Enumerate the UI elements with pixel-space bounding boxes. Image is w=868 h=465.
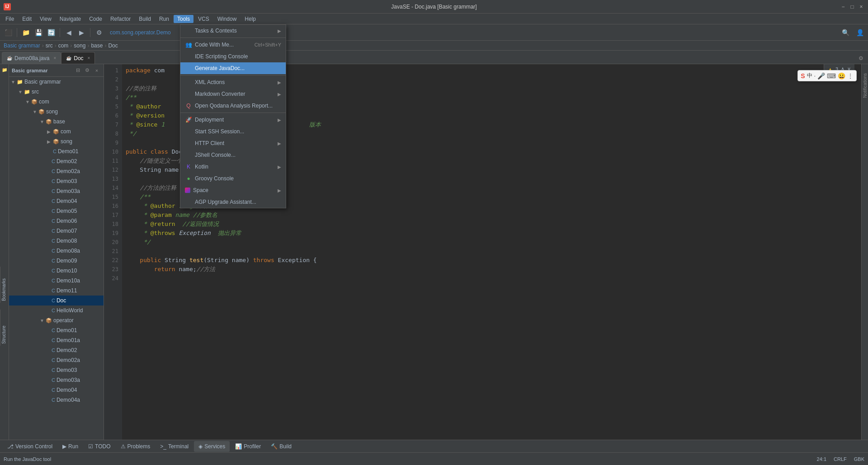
- input-mic-icon[interactable]: 🎤: [817, 72, 825, 80]
- refresh-btn[interactable]: 🔄: [46, 27, 57, 38]
- menu-window[interactable]: Window: [214, 15, 241, 23]
- menu-help[interactable]: Help: [241, 15, 259, 23]
- minimize-button[interactable]: −: [840, 4, 846, 10]
- menu-jshell[interactable]: JShell Console...: [180, 149, 286, 161]
- menu-kotlin[interactable]: K Kotlin ▶: [180, 161, 286, 173]
- tree-item-op-demo01[interactable]: C Demo01: [9, 325, 104, 335]
- tree-item-demo08[interactable]: C Demo08: [9, 236, 104, 246]
- tree-collapse-btn[interactable]: ⊟: [74, 66, 82, 75]
- bc-src[interactable]: src: [46, 42, 53, 49]
- bc-base[interactable]: base: [91, 42, 103, 49]
- tree-item-op-demo04[interactable]: C Demo04: [9, 385, 104, 395]
- breadcrumb-project[interactable]: com.song.operator.Demo: [110, 29, 171, 36]
- tree-item-demo01[interactable]: C Demo01: [9, 146, 104, 156]
- menu-navigate[interactable]: Navigate: [56, 15, 85, 23]
- menu-vcs[interactable]: VCS: [194, 15, 213, 23]
- tab-version-control[interactable]: ⎇ Version Control: [3, 441, 57, 452]
- menu-http-client[interactable]: HTTP Client ▶: [180, 137, 286, 149]
- tree-item-demo04[interactable]: C Demo04: [9, 196, 104, 206]
- tree-item-doc[interactable]: C Doc: [9, 296, 104, 305]
- tree-item-op-demo04a[interactable]: C Demo04a: [9, 395, 104, 405]
- user-btn[interactable]: 👤: [854, 27, 865, 38]
- tree-item-demo03a[interactable]: C Demo03a: [9, 186, 104, 196]
- tree-item-com[interactable]: ▼ 📦 com: [9, 97, 104, 107]
- tab-terminal[interactable]: >_ Terminal: [156, 441, 193, 452]
- tree-item-demo09[interactable]: C Demo09: [9, 256, 104, 266]
- menu-groovy[interactable]: ● Groovy Console: [180, 173, 286, 184]
- menu-generate-javadoc[interactable]: Generate JavaDoc...: [180, 62, 286, 74]
- close-button[interactable]: ×: [858, 4, 864, 10]
- save-btn[interactable]: 💾: [33, 27, 44, 38]
- tree-item-song[interactable]: ▼ 📦 song: [9, 107, 104, 117]
- menu-ide-scripting[interactable]: IDE Scripting Console: [180, 51, 286, 62]
- tab-problems[interactable]: ⚠ Problems: [116, 441, 155, 452]
- tab-run[interactable]: ▶ Run: [58, 441, 83, 452]
- tree-item-sub-com[interactable]: ▶ 📦 com: [9, 127, 104, 136]
- settings-btn[interactable]: ⚙: [94, 27, 104, 38]
- forward-btn[interactable]: ▶: [76, 27, 87, 38]
- menu-deployment[interactable]: 🚀 Deployment ▶: [180, 114, 286, 126]
- editor-settings-btn[interactable]: ⚙: [855, 53, 866, 64]
- menu-qodana[interactable]: Q Open Qodana Analysis Report...: [180, 100, 286, 112]
- input-emoji-icon[interactable]: 😀: [838, 72, 845, 80]
- structure-label[interactable]: Structure: [0, 310, 8, 346]
- menu-view[interactable]: View: [36, 15, 55, 23]
- tree-item-demo08a[interactable]: C Demo08a: [9, 246, 104, 256]
- menu-build[interactable]: Build: [135, 15, 155, 23]
- bc-com[interactable]: com: [58, 42, 69, 49]
- tab-doc[interactable]: ☕ Doc ×: [61, 52, 95, 64]
- project-panel-icon[interactable]: 📁: [1, 66, 8, 73]
- tab-todo[interactable]: ☑ TODO: [84, 441, 115, 452]
- tree-settings-btn[interactable]: ⚙: [83, 66, 91, 75]
- tree-close-btn[interactable]: ×: [93, 66, 101, 75]
- menu-code[interactable]: Code: [85, 15, 106, 23]
- window-controls[interactable]: − □ ×: [840, 4, 864, 10]
- bc-song[interactable]: song: [74, 42, 85, 49]
- tab-services[interactable]: ◈ Services: [194, 441, 230, 452]
- menu-xml-actions[interactable]: XML Actions ▶: [180, 76, 286, 88]
- open-btn[interactable]: 📁: [20, 27, 31, 38]
- notifications-label[interactable]: Notifications: [863, 73, 868, 98]
- bc-doc[interactable]: Doc: [108, 42, 118, 49]
- search-btn[interactable]: 🔍: [840, 27, 851, 38]
- tree-item-demo10a[interactable]: C Demo10a: [9, 276, 104, 286]
- menu-ssh[interactable]: Start SSH Session...: [180, 126, 286, 137]
- tab-demo08a[interactable]: ☕ Demo08a.java ×: [2, 52, 61, 64]
- tree-item-op-demo02a[interactable]: C Demo02a: [9, 355, 104, 365]
- tab-close-doc[interactable]: ×: [88, 56, 90, 61]
- menu-run[interactable]: Run: [156, 15, 173, 23]
- tree-item-base[interactable]: ▼ 📦 base: [9, 117, 104, 127]
- tree-item-op-demo03[interactable]: C Demo03: [9, 365, 104, 375]
- menu-refactor[interactable]: Refactor: [107, 15, 134, 23]
- tab-build[interactable]: 🔨 Build: [266, 441, 296, 452]
- tree-item-sub-song[interactable]: ▶ 📦 song: [9, 136, 104, 146]
- tree-item-demo02[interactable]: C Demo02: [9, 156, 104, 166]
- tree-item-demo03[interactable]: C Demo03: [9, 176, 104, 186]
- tree-item-op-demo03a[interactable]: C Demo03a: [9, 375, 104, 385]
- menu-tasks-contexts[interactable]: Tasks & Contexts ▶: [180, 25, 286, 37]
- tab-profiler[interactable]: 📊 Profiler: [231, 441, 265, 452]
- menu-file[interactable]: File: [2, 15, 18, 23]
- menu-tools[interactable]: Tools: [174, 15, 193, 23]
- input-more-icon[interactable]: ⋮: [847, 72, 854, 80]
- tree-item-demo05[interactable]: C Demo05: [9, 206, 104, 216]
- tree-item-demo10[interactable]: C Demo10: [9, 266, 104, 276]
- back-btn[interactable]: ◀: [63, 27, 74, 38]
- menu-space[interactable]: Space ▶: [180, 184, 286, 196]
- maximize-button[interactable]: □: [849, 4, 855, 10]
- bookmarks-label[interactable]: Bookmarks: [0, 267, 8, 303]
- bc-project[interactable]: Basic grammar: [4, 42, 40, 49]
- tree-item-src[interactable]: ▼ 📁 src: [9, 87, 104, 97]
- menu-agp[interactable]: AGP Upgrade Assistant...: [180, 196, 286, 208]
- tree-item-operator[interactable]: ▼ 📦 operator: [9, 315, 104, 325]
- tree-item-helloworld[interactable]: C HelloWorld: [9, 305, 104, 315]
- menu-code-with-me[interactable]: 👥 Code With Me... Ctrl+Shift+Y: [180, 39, 286, 51]
- tree-item-demo06[interactable]: C Demo06: [9, 216, 104, 226]
- tree-item-demo11[interactable]: C Demo11: [9, 286, 104, 296]
- tree-item-demo02a[interactable]: C Demo02a: [9, 166, 104, 176]
- menu-markdown[interactable]: Markdown Converter ▶: [180, 88, 286, 100]
- tree-item-op-demo01a[interactable]: C Demo01a: [9, 335, 104, 345]
- tree-item-demo07[interactable]: C Demo07: [9, 226, 104, 236]
- tab-close-demo08a[interactable]: ×: [53, 56, 56, 61]
- tree-item-basic-grammar[interactable]: ▼ 📁 Basic grammar: [9, 77, 104, 87]
